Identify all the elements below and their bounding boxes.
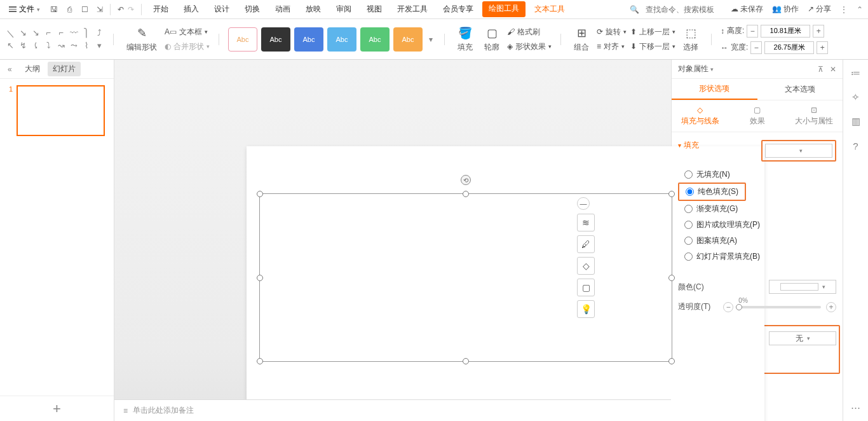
sidebar-toggle-1[interactable]: ≔ bbox=[849, 66, 863, 80]
fill-pattern-radio[interactable]: 图案填充(A) bbox=[678, 233, 836, 249]
fill-button[interactable]: 🪣填充 bbox=[454, 25, 477, 53]
tab-transition[interactable]: 切换 bbox=[238, 1, 266, 17]
style-2[interactable]: Abc bbox=[261, 27, 290, 52]
handle-t[interactable] bbox=[463, 191, 469, 197]
tab-text-tools[interactable]: 文本工具 bbox=[528, 1, 571, 17]
help-icon[interactable]: ? bbox=[849, 139, 863, 153]
more-icon[interactable]: ⋮ bbox=[840, 5, 848, 14]
send-backward-button[interactable]: ⬇下移一层▾ bbox=[630, 41, 675, 52]
coop-button[interactable]: 👥协作 bbox=[772, 4, 799, 15]
fill-none-radio[interactable]: 无填充(N) bbox=[678, 167, 836, 183]
merge-shapes-button[interactable]: ◐合并形状▾ bbox=[165, 41, 210, 52]
tab-insert[interactable]: 插入 bbox=[177, 1, 205, 17]
layers-icon[interactable]: ≋ bbox=[577, 214, 595, 231]
close-panel-icon[interactable]: ✕ bbox=[830, 65, 836, 74]
effects-subtab[interactable]: ▢效果 bbox=[729, 100, 786, 132]
tab-drawing-tools[interactable]: 绘图工具 bbox=[482, 1, 526, 17]
fill-solid-radio[interactable]: 纯色填充(S) bbox=[679, 184, 745, 200]
outline-button[interactable]: ▢轮廓 bbox=[480, 25, 503, 53]
pin-icon[interactable]: ⊼ bbox=[818, 65, 824, 74]
save-icon[interactable]: 🖫 bbox=[49, 4, 59, 15]
text-options-tab[interactable]: 文本选项 bbox=[757, 79, 843, 100]
rp-title-arrow-icon[interactable]: ▾ bbox=[710, 66, 714, 72]
sidebar-toggle-3[interactable]: ▥ bbox=[849, 114, 863, 128]
handle-tr[interactable] bbox=[668, 191, 675, 197]
styles-more-icon[interactable]: ▾ bbox=[426, 27, 435, 52]
shape-gallery[interactable]: ＼↘↘⌐⌐〰⎫⤴ ↖↯⤹⤵↝⤳⌇▾ bbox=[5, 28, 104, 51]
frame-icon[interactable]: ▢ bbox=[577, 279, 595, 296]
opacity-minus[interactable]: − bbox=[723, 302, 733, 312]
format-painter-button[interactable]: 🖌格式刷 bbox=[507, 27, 552, 38]
height-input[interactable] bbox=[761, 25, 810, 38]
tab-animation[interactable]: 动画 bbox=[269, 1, 297, 17]
print-icon[interactable]: ⎙ bbox=[64, 4, 74, 15]
select-button[interactable]: ⬚选择 bbox=[679, 25, 702, 53]
handle-b[interactable] bbox=[463, 358, 469, 364]
style-5[interactable]: Abc bbox=[360, 27, 390, 52]
tab-view[interactable]: 视图 bbox=[360, 1, 388, 17]
fill-slidebg-radio[interactable]: 幻灯片背景填充(B) bbox=[678, 249, 836, 265]
fill-line-subtab[interactable]: ◇填充与线条 bbox=[672, 100, 729, 132]
preview-icon[interactable]: ☐ bbox=[79, 4, 90, 15]
width-plus[interactable]: + bbox=[817, 41, 828, 54]
handle-l[interactable] bbox=[257, 275, 263, 281]
search-input[interactable] bbox=[646, 5, 722, 14]
outline-tab[interactable]: 大纲 bbox=[25, 64, 40, 74]
undo-icon[interactable]: ↶ bbox=[116, 4, 126, 15]
bulb-icon[interactable]: 💡 bbox=[577, 300, 595, 318]
handle-bl[interactable] bbox=[257, 358, 263, 364]
export-icon[interactable]: ⇲ bbox=[95, 4, 105, 15]
fill-section-header[interactable]: ▾填充 bbox=[678, 140, 699, 151]
height-minus[interactable]: − bbox=[747, 25, 758, 38]
opacity-slider[interactable]: 0% bbox=[738, 306, 821, 308]
file-menu[interactable]: 文件 ▾ bbox=[5, 4, 44, 15]
fill-gradient-radio[interactable]: 渐变填充(G) bbox=[678, 201, 836, 217]
line-preset-combo[interactable]: 无▾ bbox=[769, 331, 836, 345]
tab-slideshow[interactable]: 放映 bbox=[299, 1, 327, 17]
redo-icon[interactable]: ↷ bbox=[126, 4, 136, 15]
bring-forward-button[interactable]: ⬆上移一层▾ bbox=[630, 27, 675, 38]
collapse-left-icon[interactable]: « bbox=[8, 65, 12, 74]
edit-shape-button[interactable]: ✎ 编辑形状 bbox=[123, 25, 161, 53]
shape-float-icon[interactable]: ◇ bbox=[577, 257, 595, 275]
share-button[interactable]: ↗分享 bbox=[808, 4, 831, 15]
handle-br[interactable] bbox=[668, 358, 675, 364]
style-3[interactable]: Abc bbox=[294, 27, 323, 52]
tab-dev[interactable]: 开发工具 bbox=[391, 1, 434, 17]
add-slide-button[interactable]: + bbox=[0, 396, 114, 421]
slide-thumbnail-1[interactable] bbox=[17, 85, 105, 136]
shape-options-tab[interactable]: 形状选项 bbox=[672, 79, 757, 100]
textbox-button[interactable]: A▭文本框▾ bbox=[165, 27, 210, 38]
fill-picture-radio[interactable]: 图片或纹理填充(P) bbox=[678, 217, 836, 233]
group-button[interactable]: ⊞组合 bbox=[570, 25, 593, 53]
collapse-ribbon-icon[interactable]: ⌃ bbox=[857, 5, 863, 14]
style-1[interactable]: Abc bbox=[228, 27, 257, 52]
size-props-subtab[interactable]: ⊡大小与属性 bbox=[785, 100, 843, 132]
tab-home[interactable]: 开始 bbox=[147, 1, 175, 17]
notes-placeholder[interactable]: 单击此处添加备注 bbox=[133, 405, 194, 416]
handle-tl[interactable] bbox=[257, 191, 263, 197]
height-plus[interactable]: + bbox=[813, 25, 824, 38]
selected-shape[interactable]: ⟲ bbox=[259, 193, 672, 362]
sidebar-more-icon[interactable]: ⋯ bbox=[849, 401, 863, 415]
slides-tab[interactable]: 幻灯片 bbox=[48, 62, 81, 76]
collapse-float-icon[interactable]: — bbox=[577, 197, 590, 210]
tab-design[interactable]: 设计 bbox=[208, 1, 236, 17]
opacity-plus[interactable]: + bbox=[826, 302, 836, 312]
tab-vip[interactable]: 会员专享 bbox=[437, 1, 480, 17]
sidebar-toggle-2[interactable]: ✧ bbox=[849, 90, 863, 104]
pen-icon[interactable]: 🖊 bbox=[577, 235, 595, 253]
width-minus[interactable]: − bbox=[750, 41, 762, 54]
color-combo[interactable]: ▾ bbox=[769, 280, 836, 294]
unsaved-status[interactable]: ☁未保存 bbox=[731, 4, 763, 15]
rotate-handle[interactable]: ⟲ bbox=[461, 175, 471, 185]
style-4[interactable]: Abc bbox=[327, 27, 356, 52]
rotate-button[interactable]: ⟳旋转▾ bbox=[597, 27, 627, 38]
tab-review[interactable]: 审阅 bbox=[330, 1, 358, 17]
shape-effect-button[interactable]: ◈形状效果▾ bbox=[507, 41, 552, 52]
fill-preset-combo[interactable]: ▾ bbox=[765, 144, 832, 158]
handle-r[interactable] bbox=[668, 275, 675, 281]
style-6[interactable]: Abc bbox=[393, 27, 423, 52]
shape-styles[interactable]: Abc Abc Abc Abc Abc Abc ▾ bbox=[228, 27, 435, 52]
align-button[interactable]: ≡对齐▾ bbox=[597, 41, 627, 52]
